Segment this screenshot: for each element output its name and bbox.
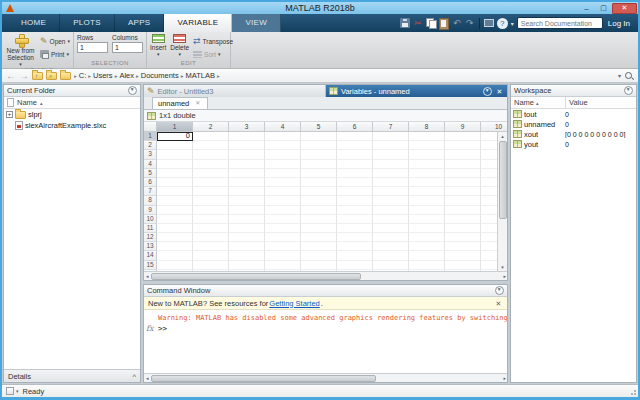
grid-cell[interactable] [373,141,409,150]
grid-cell[interactable] [337,150,373,159]
grid-cell[interactable] [373,215,409,224]
grid-cell[interactable] [229,233,265,242]
grid-row-header[interactable]: 5 [144,169,157,178]
grid-cell[interactable] [229,178,265,187]
layout-icon[interactable] [484,19,494,27]
grid-cell[interactable] [265,242,301,251]
grid-cell[interactable] [157,233,193,242]
vertical-scroll-thumb[interactable] [499,141,507,219]
cut-icon[interactable] [413,18,423,28]
grid-cell[interactable] [229,224,265,233]
grid-cell[interactable] [157,242,193,251]
grid-cell[interactable] [337,251,373,260]
columns-input[interactable] [112,42,143,53]
grid-cell[interactable] [157,160,193,169]
grid-cell[interactable] [265,150,301,159]
print-button[interactable]: Print [40,49,70,59]
grid-cell[interactable] [301,150,337,159]
grid-cell[interactable] [229,141,265,150]
grid-cell[interactable] [445,224,481,233]
scroll-left-icon[interactable]: ◂ [146,272,149,280]
grid-row-header[interactable]: 14 [144,251,157,260]
grid-cell[interactable] [301,169,337,178]
tab-unnamed[interactable]: unnamed [152,97,208,109]
grid-cell[interactable] [445,233,481,242]
grid-row-header[interactable]: 9 [144,206,157,215]
grid-cell[interactable] [193,242,229,251]
grid-cell[interactable] [301,196,337,205]
breadcrumb-item[interactable]: C: [79,71,87,80]
grid-row-header[interactable]: 6 [144,178,157,187]
grid-cell[interactable] [445,169,481,178]
minimize-button[interactable] [578,3,595,14]
grid-cell[interactable] [409,251,445,260]
insert-button[interactable]: Insert [150,34,166,57]
grid-cell[interactable] [373,169,409,178]
variables-document-tab[interactable]: Variables - unnamed [326,85,507,97]
grid-cell[interactable] [337,196,373,205]
grid-row-header[interactable]: 11 [144,224,157,233]
grid-cell[interactable] [373,224,409,233]
search-input[interactable] [517,17,603,29]
grid-cell[interactable] [229,251,265,260]
grid-cell[interactable] [301,187,337,196]
copy-icon[interactable] [426,18,436,28]
grid-cell[interactable] [373,178,409,187]
grid-cell[interactable] [229,215,265,224]
login-button[interactable]: Log In [608,19,630,28]
breadcrumb-item[interactable]: Documents [141,71,179,80]
status-chevron-down-icon[interactable] [16,388,19,394]
grid-cell[interactable] [193,178,229,187]
grid-cell[interactable] [409,196,445,205]
grid-cell[interactable] [229,242,265,251]
grid-column-header[interactable]: 4 [265,122,301,132]
close-button[interactable] [612,3,637,14]
up-folder-icon[interactable]: ↑ [32,72,43,80]
grid-column-header[interactable]: 8 [409,122,445,132]
grid-row-header[interactable]: 13 [144,242,157,251]
grid-cell[interactable] [229,206,265,215]
details-bar[interactable]: Details [4,369,140,382]
grid-cell[interactable] [409,215,445,224]
grid-column-header[interactable]: 9 [445,122,481,132]
grid-cell[interactable] [337,160,373,169]
command-horizontal-scrollbar[interactable]: ◂ ▸ [144,373,507,382]
vertical-scrollbar[interactable]: ▴ ▾ [497,132,507,271]
status-grid-icon[interactable] [6,387,14,395]
grid-column-header[interactable]: 2 [193,122,229,132]
grid-row-header[interactable]: 3 [144,150,157,159]
grid-cell[interactable] [193,224,229,233]
grid-cell[interactable] [157,261,193,270]
workspace-menu-button[interactable] [624,86,633,95]
grid-cell[interactable] [193,215,229,224]
rows-input[interactable] [77,42,108,53]
current-folder-column-header[interactable]: Name [4,97,140,109]
grid-cell[interactable] [445,251,481,260]
toolbar-chevron-down-icon[interactable] [511,20,514,27]
grid-cell[interactable] [409,141,445,150]
grid-row-header[interactable]: 15 [144,261,157,270]
grid-cell[interactable] [301,132,337,141]
grid-cell[interactable] [337,178,373,187]
grid-cell[interactable] [409,132,445,141]
grid-cell[interactable] [445,178,481,187]
grid-cell[interactable] [193,150,229,159]
grid-cell[interactable] [265,233,301,242]
horizontal-scrollbar[interactable]: ◂ ▸ [144,271,507,280]
grid-column-header[interactable]: 5 [301,122,337,132]
grid-cell[interactable] [229,187,265,196]
grid-cell[interactable] [409,178,445,187]
scroll-right-icon[interactable]: ▸ [503,374,506,382]
grid-cell[interactable] [265,141,301,150]
grid-cell[interactable] [265,169,301,178]
grid-cell[interactable] [445,261,481,270]
grid-cell[interactable] [229,169,265,178]
resize-grip[interactable] [629,388,636,395]
grid-cell[interactable] [337,141,373,150]
grid-cell[interactable] [409,261,445,270]
grid-cell[interactable] [445,206,481,215]
grid-cell[interactable] [157,251,193,260]
grid-row-header[interactable]: 10 [144,215,157,224]
grid-cell[interactable] [373,261,409,270]
grid-cell[interactable] [193,233,229,242]
